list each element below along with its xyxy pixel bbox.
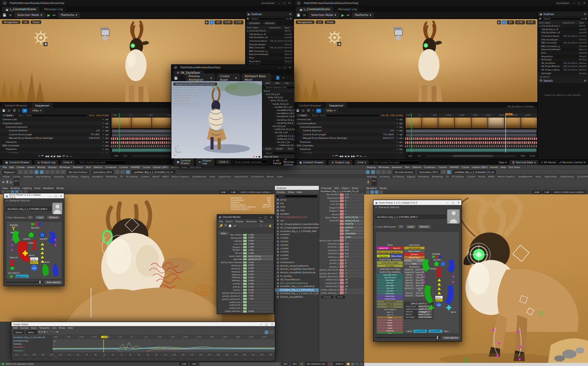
outliner-row[interactable]: SK_DuckDeerCIN_DuckDeer_CinematicSkeleta… xyxy=(538,62,588,65)
outliner-item[interactable]: Munchy_setupMASH1 xyxy=(275,295,319,299)
channel-master-row[interactable]: Tangent 11.000 xyxy=(218,248,273,252)
console-input[interactable] xyxy=(233,160,268,164)
channel-row[interactable]: eye xyxy=(319,229,364,232)
opacity-slider[interactable] xyxy=(6,282,43,283)
channel-master-row[interactable]: gravity_20.000 xyxy=(218,288,273,291)
menu-item[interactable]: Help xyxy=(297,191,302,193)
outliner-search-input[interactable] xyxy=(250,17,286,20)
menu-item[interactable]: Tab xyxy=(259,220,263,223)
channel-row[interactable]: useGround_1off xyxy=(319,282,364,285)
shelf-tab[interactable]: Rigging xyxy=(407,176,415,178)
channel-master-row[interactable]: gravity_directionZ_2-1.00 xyxy=(218,298,273,301)
outliner-item[interactable]: nCloth2 xyxy=(275,236,319,240)
render-icon[interactable]: 🎬 xyxy=(307,109,310,112)
shelf-button[interactable]: GETY xyxy=(14,178,20,182)
viewport-maximize-icon[interactable]: ◲ xyxy=(210,20,214,24)
menu-item[interactable]: SHAPES xyxy=(131,166,140,169)
camera-icon[interactable]: ▣ xyxy=(205,20,209,24)
outliner-row[interactable]: CIN_BoxDuck_MLevelSeq xyxy=(538,28,588,31)
channel-master-row[interactable]: Head Refglobal_C0_ctl xyxy=(218,258,273,261)
shelf-play-icon[interactable]: ▷ xyxy=(10,180,13,184)
gear-icon[interactable]: ⚙ xyxy=(290,17,292,20)
viewport-menu-item[interactable]: Renderer xyxy=(43,187,54,189)
menu-item[interactable]: Deform xyxy=(413,166,421,169)
sequencer-track-row[interactable]: CameraComponent✦ ◂◆▸ xyxy=(0,125,111,129)
menu-item[interactable]: Help xyxy=(182,166,187,169)
sequencer-track-row[interactable]: CineCameraActor✦ ◂◆▸ xyxy=(0,121,111,125)
sequencer-track-row[interactable]: Manual Focus Distance (Focus Settings)65… xyxy=(0,136,111,140)
bone-row[interactable]: tail_C0_0_jnt xyxy=(262,125,294,128)
window-controls[interactable]: —□✕ xyxy=(446,201,460,204)
loop-icon[interactable]: 🔁 xyxy=(347,363,350,365)
outliner-item[interactable]: nCloth5 xyxy=(275,247,319,250)
picker-button[interactable]: Neck Tangents xyxy=(377,308,403,311)
console-input[interactable] xyxy=(371,161,420,165)
camera-icon[interactable]: ▣ xyxy=(497,20,501,24)
viewport-menu-item[interactable]: Lighting xyxy=(22,187,32,189)
sequencer-track-row[interactable]: Manual Focus Distance (Focus Settings)84… xyxy=(294,136,405,140)
snap-icon[interactable]: n xyxy=(22,109,27,113)
track-search-input[interactable] xyxy=(16,114,87,117)
leg-ikfk-button[interactable]: Leg IK/FK xyxy=(429,330,442,333)
channel-row[interactable]: Space Switchspine_C0_tip xyxy=(319,216,364,219)
menu-item[interactable]: Help xyxy=(59,1,65,4)
cmd-dropdown[interactable]: Cmd ▾ xyxy=(217,160,230,164)
graph-channel[interactable]: Translate X xyxy=(12,346,52,349)
menu-item[interactable]: Select xyxy=(226,220,232,223)
channel-master-row[interactable]: gravity_00.000 xyxy=(218,282,273,285)
selection-mode-dropdown[interactable]: Selection Mode ▾ xyxy=(309,12,339,18)
camera-icon[interactable]: 🎥 xyxy=(302,109,305,112)
menu-item[interactable]: Curves xyxy=(20,327,28,329)
graph-channel[interactable]: DuckDeer_Rig_v_1_0:modA_C0 xyxy=(12,336,52,339)
picker-button[interactable]: Hands Extras xyxy=(377,298,403,300)
channel-row[interactable]: Tangent 11 xyxy=(319,209,364,213)
channel-master-row[interactable]: Space Switchspine_C0_tip xyxy=(218,255,273,258)
picker-button[interactable]: Tail Main xyxy=(377,290,403,292)
shelf-tab[interactable]: MASH xyxy=(162,176,168,178)
picker-button[interactable]: Controllers Toggle xyxy=(377,261,403,264)
new-scene-icon[interactable] xyxy=(19,170,22,174)
more-icon[interactable]: ⋮ xyxy=(288,76,291,80)
perspective-chip[interactable]: Perspective xyxy=(2,20,20,24)
graph-range-slider[interactable] xyxy=(12,357,275,361)
channel-master-row[interactable]: gravity_10.000 xyxy=(218,285,273,288)
cmd-dropdown[interactable]: Cmd ▾ xyxy=(61,160,75,165)
outliner-item[interactable]: nCloth4 xyxy=(275,250,319,254)
exposure-field[interactable]: 0.00 xyxy=(532,190,541,194)
sequencer-track-row[interactable]: Y744.2✦ ◂◆▸ xyxy=(294,158,405,159)
channel-row[interactable]: Tangent 01 xyxy=(319,206,364,209)
checkbox-icon[interactable]: ✔ xyxy=(375,206,377,209)
menu-item[interactable]: Constrain xyxy=(424,166,436,169)
lighting-icon[interactable] xyxy=(379,190,383,194)
picker-button[interactable]: Neck FK xyxy=(377,311,403,313)
menu-item[interactable]: Zoo Tools xyxy=(509,166,520,169)
menu-set-dropdown[interactable]: Rigging ▾ xyxy=(2,170,17,174)
refresh-button[interactable]: Refresh xyxy=(47,215,60,220)
add-track-button[interactable]: + Track xyxy=(296,114,308,117)
shelf-tab[interactable]: Rendering xyxy=(106,176,117,178)
window-controls[interactable]: —□✕ xyxy=(572,1,585,4)
outliner-item[interactable]: fx_munchy xyxy=(275,275,319,278)
shelf-tab[interactable]: rigSkinTools xyxy=(544,176,556,178)
sequencer-track-row[interactable]: Current Focal Length715.9999✦ ◂◆▸ xyxy=(294,133,405,136)
menu-item[interactable]: Display xyxy=(48,166,57,169)
render-settings-icon[interactable] xyxy=(447,170,451,174)
outliner-row[interactable]: CIN_BoxDuck_MLevelSeq xyxy=(246,33,293,36)
sync-namespace-checkbox[interactable]: ☐ Sync Namespace xyxy=(6,216,26,219)
shelf-tab[interactable]: XGen xyxy=(535,176,541,178)
character-set-dropdown[interactable]: No Character Set xyxy=(305,362,327,366)
shelf-tab[interactable]: ZooToolsPro xyxy=(251,176,264,178)
camera-icon[interactable] xyxy=(366,190,369,194)
window-controls[interactable]: —□✕ xyxy=(278,1,290,4)
menu-item[interactable]: Display xyxy=(277,191,285,193)
menu-item[interactable]: Asset xyxy=(190,66,197,69)
menu-item[interactable]: Object xyxy=(342,187,349,189)
derived-data-dropdown[interactable]: 🗄 Derived Data ▾ xyxy=(509,160,538,165)
panel-tab[interactable]: Anim xyxy=(263,147,273,150)
snap-point-icon[interactable] xyxy=(61,170,65,174)
viewport-menu-item[interactable]: View xyxy=(2,187,8,189)
graph-channel[interactable]: AnimPickerDyn xyxy=(12,339,52,342)
output-log-button[interactable]: ≡ Output Log xyxy=(196,158,214,165)
range-end-field[interactable]: 430 xyxy=(282,362,289,366)
range-start-marker[interactable] xyxy=(119,113,119,153)
